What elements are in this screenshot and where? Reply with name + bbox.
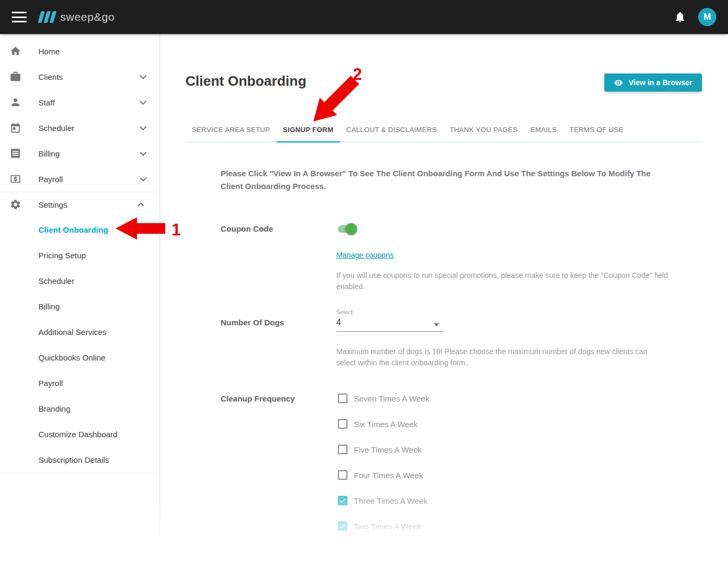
sidebar-item-label: Clients xyxy=(38,72,63,81)
sidebar-subitem-scheduler[interactable]: Scheduler xyxy=(0,268,159,293)
dogs-help-text: Maximum number of dogs is 10! Please cho… xyxy=(336,346,656,369)
tab-service-area-setup[interactable]: SERVICE AREA SETUP xyxy=(185,117,277,142)
checkmark-icon xyxy=(339,522,346,530)
sidebar-subitem-quickbooks-online[interactable]: Quickbooks Online xyxy=(0,345,159,370)
sidebar-item-scheduler[interactable]: Scheduler xyxy=(0,115,159,141)
checkbox[interactable] xyxy=(338,496,347,505)
chevron-down-icon xyxy=(140,98,147,105)
eye-icon xyxy=(614,78,623,87)
annotation-number-2: 2 xyxy=(353,65,362,84)
logo-bars-icon xyxy=(39,11,55,23)
sidebar-subitem-payroll[interactable]: Payroll xyxy=(0,370,159,396)
dropdown-arrow-icon xyxy=(434,323,439,326)
client-onboarding-page: sweep&go M Home Clients Staff xyxy=(0,0,728,565)
cleanup-frequency-label: Cleanup Frequency xyxy=(221,394,295,403)
chevron-up-icon xyxy=(137,202,144,209)
notifications-bell-icon[interactable] xyxy=(674,11,686,23)
view-in-browser-label: View in a Browser xyxy=(628,78,692,87)
home-icon xyxy=(9,45,22,58)
view-in-browser-button[interactable]: View in a Browser xyxy=(604,73,702,92)
sidebar-subitem-customize-dashboard[interactable]: Customize Dashboard xyxy=(0,421,159,447)
app-logo[interactable]: sweep&go xyxy=(39,11,115,23)
sidebar-subitem-label: Client Onboarding xyxy=(38,225,108,234)
sidebar-subitem-label: Customize Dashboard xyxy=(38,430,117,439)
select-value: 4 xyxy=(336,318,443,327)
sidebar-item-settings[interactable]: Settings xyxy=(0,192,159,217)
chevron-down-icon xyxy=(140,72,147,79)
sidebar-item-label: Payroll xyxy=(38,175,63,184)
checkbox-row-six-times[interactable]: Six Times A Week xyxy=(338,417,418,430)
hamburger-menu-icon[interactable] xyxy=(12,12,27,22)
sidebar-subitem-subscription-details[interactable]: Subscription Details xyxy=(0,447,159,472)
sidebar-subitem-billing[interactable]: Billing xyxy=(0,293,159,319)
checkbox-label: Six Times A Week xyxy=(354,420,418,429)
sidebar-item-home[interactable]: Home xyxy=(0,38,159,64)
checkbox-row-two-times[interactable]: Two Times A Week xyxy=(338,520,421,533)
tab-label: TERMS OF USE xyxy=(570,126,624,134)
tab-emails[interactable]: EMAILS xyxy=(524,117,563,142)
manage-coupons-link[interactable]: Manage coupons xyxy=(336,251,393,259)
calendar-icon xyxy=(9,121,22,134)
dollar-box-icon xyxy=(9,173,22,185)
sidebar-subitem-branding[interactable]: Branding xyxy=(0,396,159,421)
sidebar-divider xyxy=(0,473,159,473)
sidebar-subitem-label: Scheduler xyxy=(38,276,75,285)
sidebar-subitem-label: Billing xyxy=(38,302,60,311)
checkbox-row-five-times[interactable]: Five Times A Week xyxy=(338,443,422,456)
sidebar-nav: Home Clients Staff Scheduler Billing xyxy=(0,34,160,565)
checkbox-row-three-times[interactable]: Three Times A Week xyxy=(338,494,427,507)
chevron-down-icon xyxy=(140,149,147,156)
sidebar-subitem-label: Quickbooks Online xyxy=(38,353,106,362)
receipt-icon xyxy=(9,147,22,160)
sidebar-subitem-label: Subscription Details xyxy=(38,455,109,464)
number-of-dogs-label: Number Of Dogs xyxy=(221,318,284,327)
sidebar-subitem-label: Branding xyxy=(38,404,70,413)
tab-thank-you-pages[interactable]: THANK YOU PAGES xyxy=(443,117,524,142)
tab-terms-of-use[interactable]: TERMS OF USE xyxy=(563,117,630,142)
checkbox-label: Five Times A Week xyxy=(354,445,422,454)
logo-text: sweep&go xyxy=(60,11,115,23)
intro-text: Please Click "View In A Browser" To See … xyxy=(221,167,653,193)
checkbox[interactable] xyxy=(338,419,347,429)
coupon-code-label: Coupon Code xyxy=(221,224,273,233)
page-title: Client Onboarding xyxy=(185,73,306,89)
sidebar-item-label: Staff xyxy=(38,98,55,107)
chevron-down-icon xyxy=(140,175,147,182)
select-caption: Select xyxy=(336,309,443,315)
gear-icon xyxy=(9,198,22,211)
sidebar-item-label: Home xyxy=(38,47,60,56)
tab-label: EMAILS xyxy=(530,126,556,134)
checkbox-row-seven-times[interactable]: Seven Times A Week xyxy=(338,392,429,405)
checkbox-label: Two Times A Week xyxy=(354,522,421,531)
checkbox-label: Three Times A Week xyxy=(354,496,427,505)
annotation-number-1: 1 xyxy=(172,220,181,240)
checkbox-label: Seven Times A Week xyxy=(354,394,429,403)
sidebar-item-billing[interactable]: Billing xyxy=(0,141,159,166)
checkbox-row-four-times[interactable]: Four Times A Week xyxy=(338,469,423,481)
sidebar-item-label: Scheduler xyxy=(38,124,75,133)
checkbox[interactable] xyxy=(338,445,347,454)
top-app-bar: sweep&go M xyxy=(0,0,728,34)
tab-label: SIGNUP FORM xyxy=(283,126,334,134)
user-avatar[interactable]: M xyxy=(698,8,716,26)
checkbox[interactable] xyxy=(338,521,347,531)
checkbox[interactable] xyxy=(338,394,347,403)
tab-label: CALLOUT & DISCLAIMERS xyxy=(346,126,437,134)
coupon-help-text: If you will use coupons to run special p… xyxy=(336,270,671,292)
tab-label: SERVICE AREA SETUP xyxy=(192,126,270,134)
checkbox[interactable] xyxy=(338,470,347,480)
sidebar-item-staff[interactable]: Staff xyxy=(0,89,159,115)
sidebar-subitem-label: Payroll xyxy=(38,379,63,388)
sidebar-item-clients[interactable]: Clients xyxy=(0,64,159,89)
chevron-down-icon xyxy=(140,124,147,130)
coupon-code-toggle[interactable] xyxy=(338,223,357,235)
sidebar-item-payroll[interactable]: Payroll xyxy=(0,166,159,192)
sidebar-subitem-pricing-setup[interactable]: Pricing Setup xyxy=(0,242,159,268)
sidebar-subitem-additional-services[interactable]: Additional Services xyxy=(0,319,159,345)
person-icon xyxy=(9,96,22,109)
sidebar-subitem-label: Pricing Setup xyxy=(38,251,86,260)
checkmark-icon xyxy=(339,497,346,504)
tab-bar: SERVICE AREA SETUP SIGNUP FORM CALLOUT &… xyxy=(185,117,702,142)
number-of-dogs-select[interactable]: Select 4 xyxy=(336,309,443,327)
checkbox-label: Four Times A Week xyxy=(354,471,423,480)
